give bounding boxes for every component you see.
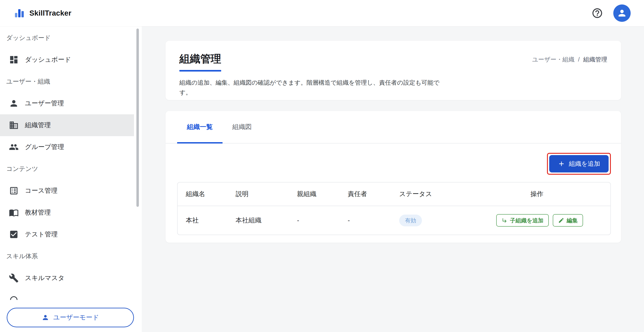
cell-parent-org: - — [289, 217, 340, 224]
clipped-nav-icon — [9, 295, 19, 300]
sidebar-item-label: ダッシュボード — [25, 55, 71, 64]
sidebar-item-dashboard[interactable]: ダッシュボード — [0, 49, 134, 71]
sidebar-section-dashboard: ダッシュボード — [0, 27, 134, 49]
app-logo[interactable]: SkillTracker — [14, 8, 72, 19]
add-organization-label: 組織を追加 — [569, 159, 600, 168]
sidebar-item-clipped — [0, 289, 134, 300]
subdirectory-arrow-icon — [502, 217, 508, 224]
sidebar: ダッシュボード ダッシュボード ユーザー・組織 ユーザー管理 組織管理 — [0, 26, 142, 332]
sidebar-nav: ダッシュボード ダッシュボード ユーザー・組織 ユーザー管理 組織管理 — [0, 27, 142, 300]
app-name: SkillTracker — [29, 9, 72, 17]
sidebar-item-course-management[interactable]: コース管理 — [0, 180, 134, 202]
cell-description: 本社組織 — [228, 216, 289, 225]
page-title: 組織管理 — [179, 52, 446, 66]
sidebar-item-label: スキルマスタ — [25, 274, 64, 282]
sidebar-item-label: テスト管理 — [25, 230, 58, 239]
sidebar-item-user-management[interactable]: ユーザー管理 — [0, 92, 134, 114]
sidebar-item-label: 組織管理 — [25, 121, 51, 130]
breadcrumb-parent[interactable]: ユーザー・組織 — [532, 56, 574, 64]
cell-status: 有効 — [391, 215, 495, 226]
help-icon[interactable] — [592, 7, 603, 19]
page-header-left: 組織管理 組織の追加、編集、組織図の確認ができます。階層構造で組織を管理し、責任… — [179, 52, 446, 97]
main-content: 組織管理 組織の追加、編集、組織図の確認ができます。階層構造で組織を管理し、責任… — [142, 26, 644, 332]
title-underline — [179, 70, 221, 72]
user-icon — [9, 98, 19, 108]
top-bar: SkillTracker — [0, 0, 644, 26]
annotation-highlight: 組織を追加 — [547, 153, 611, 175]
materials-icon — [9, 208, 19, 218]
add-child-org-button[interactable]: 子組織を追加 — [496, 214, 549, 227]
sidebar-item-label: コース管理 — [25, 186, 58, 195]
sidebar-item-organization-management[interactable]: 組織管理 — [0, 114, 134, 136]
sidebar-item-label: グループ管理 — [25, 143, 64, 151]
sidebar-section-users-orgs: ユーザー・組織 — [0, 71, 134, 92]
add-child-org-label: 子組織を追加 — [510, 217, 544, 224]
section-label: ダッシュボード — [6, 34, 51, 42]
cell-manager: - — [339, 217, 391, 224]
page-header-card: 組織管理 組織の追加、編集、組織図の確認ができます。階層構造で組織を管理し、責任… — [166, 41, 621, 100]
sidebar-scrollbar-thumb[interactable] — [136, 29, 139, 207]
edit-icon — [558, 217, 564, 224]
col-header-manager: 責任者 — [339, 190, 391, 199]
sidebar-item-group-management[interactable]: グループ管理 — [0, 136, 134, 158]
page-description: 組織の追加、編集、組織図の確認ができます。階層構造で組織を管理し、責任者の設定も… — [179, 78, 446, 97]
bar-chart-logo-icon — [14, 8, 25, 19]
col-header-status: ステータス — [391, 190, 495, 199]
topbar-actions — [592, 5, 631, 22]
sidebar-item-label: ユーザー管理 — [25, 99, 64, 108]
tab-bar: 組織一覧 組織図 — [166, 111, 621, 143]
tab-organization-list[interactable]: 組織一覧 — [177, 111, 222, 143]
edit-button[interactable]: 編集 — [553, 214, 583, 227]
cell-actions: 子組織を追加 編集 — [495, 214, 610, 227]
sidebar-section-skill-system: スキル体系 — [0, 245, 134, 267]
sidebar-item-materials-management[interactable]: 教材管理 — [0, 202, 134, 224]
toolbar-row: 組織を追加 — [166, 143, 621, 175]
table-header-row: 組織名 説明 親組織 責任者 ステータス 操作 — [178, 183, 610, 206]
plus-icon — [558, 160, 565, 168]
sidebar-item-label: 教材管理 — [25, 208, 51, 217]
section-label: コンテンツ — [6, 165, 38, 173]
sidebar-item-test-management[interactable]: テスト管理 — [0, 224, 134, 245]
organization-icon — [9, 120, 19, 130]
group-icon — [9, 142, 19, 152]
table-row: 本社 本社組織 - - 有効 子組織を追加 編集 — [178, 206, 610, 235]
organization-panel-card: 組織一覧 組織図 組織を追加 組織名 説明 親組織 責任者 ステータス 操作 本… — [166, 111, 621, 243]
dashboard-icon — [9, 55, 19, 65]
test-icon — [9, 230, 19, 239]
breadcrumb-separator: / — [578, 56, 580, 63]
course-icon — [9, 186, 19, 196]
sidebar-item-skill-master[interactable]: スキルマスタ — [0, 267, 134, 289]
person-icon — [617, 8, 627, 18]
breadcrumb: ユーザー・組織 / 組織管理 — [532, 56, 607, 64]
col-header-org-name: 組織名 — [178, 190, 228, 199]
user-avatar[interactable] — [613, 5, 631, 22]
edit-label: 編集 — [566, 217, 578, 224]
section-label: スキル体系 — [6, 252, 38, 260]
user-mode-button[interactable]: ユーザーモード — [7, 308, 134, 327]
person-icon — [42, 314, 49, 321]
section-label: ユーザー・組織 — [6, 77, 50, 86]
status-badge: 有効 — [399, 215, 422, 226]
skill-master-icon — [9, 273, 19, 283]
cell-org-name: 本社 — [178, 216, 228, 225]
organizations-table: 組織名 説明 親組織 責任者 ステータス 操作 本社 本社組織 - - 有効 子… — [177, 182, 611, 235]
col-header-actions: 操作 — [495, 190, 610, 199]
add-organization-button[interactable]: 組織を追加 — [549, 155, 608, 173]
col-header-description: 説明 — [228, 190, 289, 199]
col-header-parent-org: 親組織 — [289, 190, 340, 199]
breadcrumb-current: 組織管理 — [583, 56, 607, 64]
sidebar-section-contents: コンテンツ — [0, 158, 134, 180]
user-mode-label: ユーザーモード — [53, 313, 99, 322]
tab-organization-chart[interactable]: 組織図 — [222, 111, 262, 143]
